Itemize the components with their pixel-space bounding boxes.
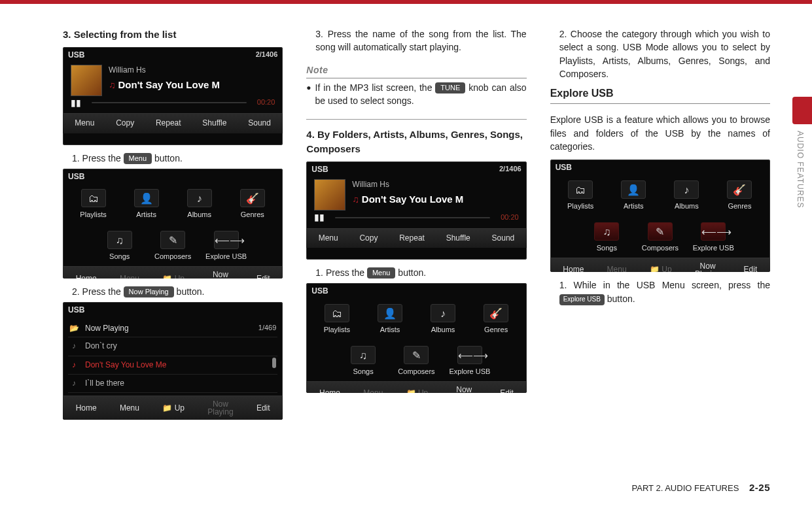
bar-edit[interactable]: Edit bbox=[256, 273, 270, 279]
cat-genres[interactable]: 🎸Genres bbox=[471, 303, 521, 338]
step-3-press-song: 3. Press the name of the song from the l… bbox=[306, 27, 526, 54]
bar-nowplaying[interactable]: NowPlaying bbox=[451, 386, 477, 394]
explore-usb-lozenge: Explore USB bbox=[559, 294, 605, 305]
figure-category-grid-1: USB 🗂Playlists 👤Artists ♪Albums 🎸Genres … bbox=[63, 169, 283, 279]
bar-up-dim: 📁 Up bbox=[162, 273, 185, 279]
bar-copy[interactable]: Copy bbox=[116, 118, 134, 129]
usb-badge: USB bbox=[68, 50, 84, 59]
cat-label: Explore USB bbox=[693, 244, 734, 252]
cat-composers[interactable]: ✎Composers bbox=[391, 345, 442, 380]
menu-bottom-bar: Home Menu 📁 Up NowPlaying Edit bbox=[306, 381, 526, 394]
songs-icon: ♫ bbox=[594, 222, 619, 241]
artists-icon: 👤 bbox=[134, 189, 159, 207]
figure-player-2: USB 2/1406 William Hs ♫Don't Say You Lov… bbox=[306, 161, 526, 260]
pause-icon[interactable]: ▮▮ bbox=[314, 211, 325, 224]
composers-icon: ✎ bbox=[648, 222, 673, 241]
cat-explore-usb[interactable]: ⟵⟶Explore USB bbox=[201, 229, 251, 265]
step-1-text-b: button. bbox=[152, 153, 183, 163]
bar-menu[interactable]: Menu bbox=[75, 118, 94, 129]
cat-artists[interactable]: 👤Artists bbox=[121, 188, 171, 223]
usb-badge: USB bbox=[311, 165, 328, 174]
footer-part: PART 2. AUDIO FEATURES bbox=[632, 483, 739, 493]
cat-songs[interactable]: ♫Songs bbox=[94, 229, 145, 265]
cat-songs[interactable]: ♫Songs bbox=[582, 221, 632, 256]
cat-albums[interactable]: ♪Albums bbox=[662, 179, 712, 214]
cat-composers[interactable]: ✎Composers bbox=[635, 221, 685, 256]
cat-composers[interactable]: ✎Composers bbox=[147, 229, 198, 265]
t: 1. While in the USB Menu screen, press t… bbox=[559, 280, 770, 290]
bar-menu[interactable]: Menu bbox=[319, 233, 338, 244]
bar-shuffle[interactable]: Shuffle bbox=[446, 233, 470, 244]
bar-sound[interactable]: Sound bbox=[248, 118, 271, 129]
album-cover bbox=[71, 65, 102, 96]
progress-bar[interactable] bbox=[335, 217, 490, 218]
music-note-icon: ♫ bbox=[109, 80, 116, 90]
page-content: 3. Selecting from the list USB 2/1406 Wi… bbox=[0, 4, 812, 462]
bar-home[interactable]: Home bbox=[563, 264, 584, 272]
track-counter: 2/1406 bbox=[499, 164, 521, 175]
bar-home[interactable]: Home bbox=[76, 403, 97, 414]
bar-shuffle[interactable]: Shuffle bbox=[202, 118, 226, 129]
bar-nowplaying[interactable]: NowPlaying bbox=[207, 271, 233, 279]
bar-home[interactable]: Home bbox=[76, 273, 97, 279]
tune-lozenge: TUNE bbox=[435, 82, 465, 93]
bar-up-dim: 📁 Up bbox=[650, 264, 672, 272]
bar-nowplaying[interactable]: NowPlaying bbox=[695, 262, 720, 273]
cat-artists[interactable]: 👤Artists bbox=[364, 303, 415, 338]
figure-player-1: USB 2/1406 William Hs ♫Don't Say You Lov… bbox=[63, 47, 283, 145]
list-header-text: Now Playing bbox=[85, 323, 129, 334]
list-item-2-active[interactable]: ♪Don't Say You Love Me bbox=[68, 356, 277, 375]
cat-artists[interactable]: 👤Artists bbox=[609, 179, 659, 214]
albums-icon: ♪ bbox=[431, 304, 455, 322]
step-2-text-b: button. bbox=[174, 286, 205, 297]
category-grid-bottom: ♫Songs ✎Composers ⟵⟶Explore USB bbox=[332, 339, 500, 381]
songs-icon: ♫ bbox=[351, 346, 376, 364]
step-1-text-a: 1. Press the bbox=[72, 153, 124, 163]
cat-albums[interactable]: ♪Albums bbox=[174, 188, 224, 223]
scrollbar-thumb[interactable] bbox=[272, 358, 276, 368]
cat-genres[interactable]: 🎸Genres bbox=[715, 179, 765, 214]
cat-playlists[interactable]: 🗂Playlists bbox=[311, 303, 362, 338]
list-item-1[interactable]: ♪Don`t cry bbox=[68, 337, 277, 356]
bar-sound[interactable]: Sound bbox=[492, 233, 515, 244]
cat-label: Artists bbox=[624, 202, 644, 210]
pause-icon[interactable]: ▮▮ bbox=[71, 96, 81, 109]
list-count: 1/469 bbox=[258, 323, 277, 333]
bar-home[interactable]: Home bbox=[319, 388, 340, 393]
list-item-title: Don't Say You Love Me bbox=[85, 360, 166, 371]
bar-edit[interactable]: Edit bbox=[500, 388, 514, 393]
cat-label: Songs bbox=[597, 244, 617, 252]
cat-albums[interactable]: ♪Albums bbox=[417, 303, 468, 338]
explore-usb-para: Explore USB is a feature which allows yo… bbox=[550, 113, 770, 153]
bar-up[interactable]: 📁 Up bbox=[162, 403, 185, 414]
subtitle-4-byfolders: 4. By Folders, Artists, Albums, Genres, … bbox=[306, 127, 526, 156]
cat-explore-usb[interactable]: ⟵⟶Explore USB bbox=[444, 345, 495, 380]
cat-genres[interactable]: 🎸Genres bbox=[227, 188, 277, 223]
bar-menu[interactable]: Menu bbox=[120, 403, 139, 414]
category-grid-bottom: ♫Songs ✎Composers ⟵⟶Explore USB bbox=[576, 216, 744, 258]
page-footer: PART 2. AUDIO FEATURES 2-25 bbox=[632, 481, 770, 495]
cat-label: Composers bbox=[398, 367, 434, 375]
bar-edit[interactable]: Edit bbox=[256, 403, 270, 414]
column-3: 2. Choose the category through which you… bbox=[550, 27, 770, 462]
progress-bar[interactable] bbox=[92, 102, 247, 103]
cat-playlists[interactable]: 🗂Playlists bbox=[68, 188, 118, 223]
cat-songs[interactable]: ♫Songs bbox=[338, 345, 388, 380]
bar-copy[interactable]: Copy bbox=[359, 233, 378, 244]
figure-category-grid-3: USB 🗂Playlists 👤Artists ♪Albums 🎸Genres … bbox=[550, 160, 770, 272]
cat-playlists[interactable]: 🗂Playlists bbox=[556, 179, 606, 214]
bar-repeat[interactable]: Repeat bbox=[156, 118, 181, 129]
list-header: 📂 Now Playing 1/469 bbox=[68, 320, 277, 337]
time-elapsed: 00:20 bbox=[501, 212, 519, 223]
cat-label: Composers bbox=[154, 252, 191, 260]
track-counter: 2/1406 bbox=[256, 50, 278, 60]
side-red-tab bbox=[792, 97, 812, 124]
song-title: Don't Say You Love M bbox=[362, 194, 464, 205]
cat-label: Albums bbox=[187, 211, 211, 218]
bar-repeat[interactable]: Repeat bbox=[399, 233, 425, 244]
bar-edit[interactable]: Edit bbox=[744, 264, 758, 272]
cat-explore-usb[interactable]: ⟵⟶Explore USB bbox=[688, 221, 739, 256]
list-item-3[interactable]: ♪I`ll be there bbox=[68, 375, 277, 393]
genres-icon: 🎸 bbox=[240, 189, 265, 207]
cat-label: Genres bbox=[241, 211, 264, 218]
